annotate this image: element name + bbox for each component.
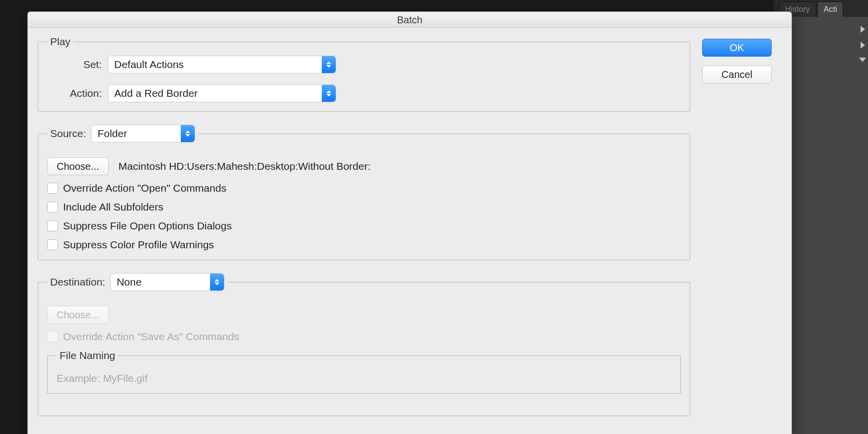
ok-button[interactable]: OK: [702, 39, 772, 57]
tab-actions[interactable]: Acti: [817, 1, 844, 17]
source-value: Folder: [97, 128, 127, 140]
cancel-button[interactable]: Cancel: [702, 66, 772, 83]
action-label: Action:: [47, 87, 102, 99]
override-open-row[interactable]: Override Action "Open" Commands: [47, 182, 681, 194]
override-open-label: Override Action "Open" Commands: [63, 182, 226, 194]
play-group: Play Set: Default Actions Action: Add a …: [38, 36, 690, 112]
chevron-updown-icon: [322, 85, 336, 102]
example-label: Example:: [57, 372, 100, 384]
override-saveas-checkbox: [47, 331, 58, 342]
include-subfolders-label: Include All Subfolders: [63, 201, 163, 213]
suppress-open-dialogs-row[interactable]: Suppress File Open Options Dialogs: [47, 220, 681, 232]
flyout-arrow-icon[interactable]: [861, 42, 865, 49]
source-group: Source: Folder Choose... Macintosh HD:Us…: [38, 125, 690, 260]
suppress-color-profile-row[interactable]: Suppress Color Profile Warnings: [47, 239, 681, 251]
flyout-arrow-icon[interactable]: [861, 26, 865, 33]
override-open-checkbox[interactable]: [47, 183, 58, 194]
destination-group: Destination: None Choose... Override Act…: [38, 273, 690, 416]
example-value: MyFile.gif: [103, 372, 147, 384]
file-naming-legend: File Naming: [57, 350, 118, 362]
destination-value: None: [117, 276, 142, 288]
batch-dialog: Batch Play Set: Default Actions Action: …: [27, 11, 792, 434]
action-select[interactable]: Add a Red Border: [108, 84, 336, 102]
chevron-updown-icon: [210, 274, 224, 290]
dialog-title: Batch: [28, 12, 792, 28]
suppress-open-dialogs-label: Suppress File Open Options Dialogs: [63, 220, 232, 232]
suppress-open-dialogs-checkbox[interactable]: [47, 220, 58, 231]
source-choose-button[interactable]: Choose...: [47, 157, 109, 175]
play-legend: Play: [47, 36, 73, 48]
set-select[interactable]: Default Actions: [108, 56, 336, 73]
source-path: Macintosh HD:Users:Mahesh:Desktop:Withou…: [119, 160, 371, 172]
chevron-updown-icon: [181, 125, 195, 142]
include-subfolders-row[interactable]: Include All Subfolders: [47, 201, 681, 213]
suppress-color-profile-label: Suppress Color Profile Warnings: [63, 239, 214, 251]
suppress-color-profile-checkbox[interactable]: [47, 239, 58, 250]
set-value: Default Actions: [114, 59, 184, 71]
override-saveas-label: Override Action "Save As" Commands: [63, 331, 239, 343]
source-select[interactable]: Folder: [91, 125, 195, 143]
destination-select[interactable]: None: [110, 273, 224, 291]
destination-choose-button: Choose...: [47, 306, 109, 324]
action-value: Add a Red Border: [114, 87, 198, 99]
set-label: Set:: [47, 59, 102, 71]
chevron-updown-icon: [322, 56, 336, 73]
source-legend: Source:: [50, 128, 86, 140]
include-subfolders-checkbox[interactable]: [47, 202, 58, 213]
file-naming-group: File Naming Example: MyFile.gif: [47, 350, 681, 394]
flyout-dropdown-icon[interactable]: [859, 58, 866, 62]
override-saveas-row: Override Action "Save As" Commands: [47, 331, 681, 343]
destination-legend: Destination:: [50, 276, 105, 288]
